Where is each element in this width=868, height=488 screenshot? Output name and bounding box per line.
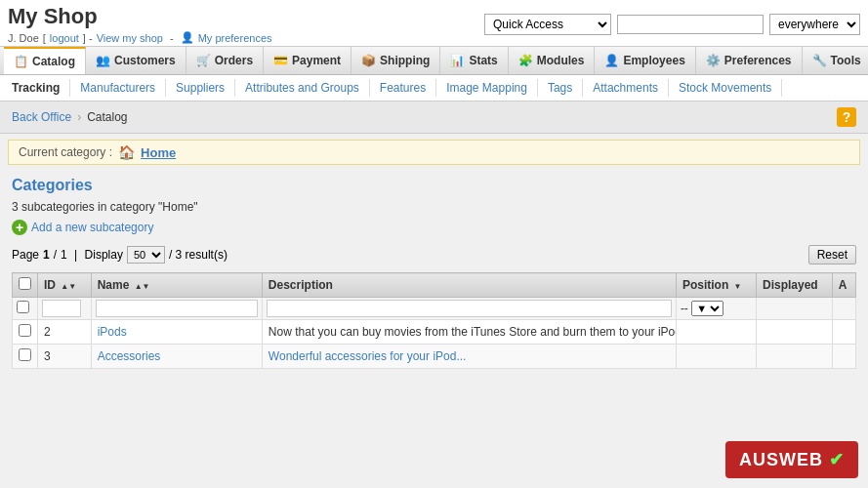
subnav-manufacturers[interactable]: Manufacturers <box>70 79 166 97</box>
th-description: Description <box>262 273 676 298</box>
watermark: AUSWEB ✔ <box>725 441 858 478</box>
quick-access-select[interactable]: Quick Access <box>484 14 611 35</box>
nav-stats[interactable]: 📊 Stats <box>440 47 508 74</box>
search-input[interactable] <box>617 15 764 34</box>
nav-catalog[interactable]: 📋 Catalog <box>4 47 86 74</box>
home-link[interactable]: Home <box>141 145 176 160</box>
filter-row: -- ▼ <box>13 298 856 320</box>
th-select <box>13 273 38 298</box>
nav-payment[interactable]: 💳 Payment <box>264 47 351 74</box>
nav-orders[interactable]: 🛒 Orders <box>186 47 264 74</box>
preferences-icon: ⚙️ <box>706 54 721 67</box>
subnav-features[interactable]: Features <box>370 79 436 97</box>
subnav-suppliers[interactable]: Suppliers <box>166 79 235 97</box>
add-icon: + <box>12 220 27 235</box>
breadcrumb-back-office[interactable]: Back Office <box>12 110 71 124</box>
filter-name-input[interactable] <box>96 300 258 317</box>
header: My Shop J. Doe [logout] - View my shop -… <box>0 0 868 47</box>
row-id-2: 3 <box>38 345 92 369</box>
row-checkbox-1[interactable] <box>19 324 31 337</box>
row-displayed-1 <box>757 320 833 345</box>
filter-displayed-cell <box>757 298 833 320</box>
filter-name-cell <box>91 298 262 320</box>
nav-tools[interactable]: 🔧 Tools <box>803 47 868 74</box>
breadcrumb-catalog: Catalog <box>87 110 127 124</box>
th-position[interactable]: Position ▼ <box>676 273 756 298</box>
nav-orders-label: Orders <box>215 54 253 67</box>
watermark-checkmark: ✔ <box>829 450 845 469</box>
row-displayed-2 <box>757 345 833 369</box>
subnav-attributes[interactable]: Attributes and Groups <box>235 79 370 97</box>
nav-shipping[interactable]: 📦 Shipping <box>351 47 440 74</box>
row-position-1 <box>676 320 756 345</box>
customers-icon: 👥 <box>96 54 110 67</box>
everywhere-select[interactable]: everywhere <box>769 14 860 35</box>
page-total: 1 <box>61 248 67 262</box>
current-category-label: Current category : <box>19 145 112 159</box>
results-label: / 3 result(s) <box>169 248 227 262</box>
page-label: Page <box>12 248 39 262</box>
nav-modules[interactable]: 🧩 Modules <box>509 47 596 74</box>
nav-customers[interactable]: 👥 Customers <box>86 47 186 74</box>
pagination-row: Page 1 / 1 | Display 50 / 3 result(s) Re… <box>12 245 856 264</box>
person-icon: 👤 <box>181 31 194 44</box>
row-description-2: Wonderful accessories for your iPod... <box>262 345 676 369</box>
view-my-shop-link[interactable]: View my shop <box>97 32 163 44</box>
help-icon[interactable]: ? <box>837 107 856 127</box>
add-subcategory-label: Add a new subcategory <box>31 221 153 234</box>
select-all-checkbox[interactable] <box>19 277 31 290</box>
subcategory-info: 3 subcategories in category "Home" <box>12 200 856 214</box>
row-select-2 <box>13 345 38 369</box>
row-actions-2 <box>832 345 855 369</box>
subnav-tags[interactable]: Tags <box>538 79 583 97</box>
table-header-row: ID ▲▼ Name ▲▼ Description Position ▼ Dis… <box>13 273 856 298</box>
th-id[interactable]: ID ▲▼ <box>38 273 92 298</box>
subnav-image-mapping[interactable]: Image Mapping <box>436 79 538 97</box>
subnav-stock-movements[interactable]: Stock Movements <box>669 79 782 97</box>
row-name-1[interactable]: iPods <box>91 320 262 345</box>
catalog-icon: 📋 <box>14 55 28 68</box>
header-right: Quick Access everywhere <box>484 14 860 35</box>
th-name[interactable]: Name ▲▼ <box>91 273 262 298</box>
current-category: Current category : 🏠 Home <box>8 140 860 165</box>
my-preferences-link[interactable]: My preferences <box>198 32 272 44</box>
row-actions-1 <box>832 320 855 345</box>
user-info: J. Doe [logout] - View my shop - 👤 My pr… <box>8 31 272 44</box>
sub-nav: Tracking Manufacturers Suppliers Attribu… <box>0 75 868 102</box>
display-select[interactable]: 50 <box>127 246 165 264</box>
position-sort-arrows[interactable]: ▼ <box>734 283 742 291</box>
username-label: J. Doe <box>8 32 39 44</box>
row-name-2[interactable]: Accessories <box>91 345 262 369</box>
page-current: 1 <box>43 248 50 262</box>
name-sort-arrows[interactable]: ▲▼ <box>135 283 150 291</box>
row-description-1: Now that you can buy movies from the iTu… <box>262 320 676 345</box>
filter-actions-cell <box>832 298 855 320</box>
nav-stats-label: Stats <box>469 54 497 67</box>
filter-description-cell <box>262 298 676 320</box>
categories-table: ID ▲▼ Name ▲▼ Description Position ▼ Dis… <box>12 272 856 369</box>
add-subcategory-btn[interactable]: + Add a new subcategory <box>12 220 856 235</box>
pagination-left: Page 1 / 1 | Display 50 / 3 result(s) <box>12 246 227 264</box>
main-nav: 📋 Catalog 👥 Customers 🛒 Orders 💳 Payment… <box>0 47 868 75</box>
tools-icon: 🔧 <box>812 54 827 67</box>
employees-icon: 👤 <box>604 54 619 67</box>
id-sort-arrows[interactable]: ▲▼ <box>61 283 76 291</box>
row-checkbox-2[interactable] <box>19 348 31 361</box>
nav-preferences[interactable]: ⚙️ Preferences <box>696 47 803 74</box>
filter-id-input[interactable] <box>42 300 81 317</box>
reset-button[interactable]: Reset <box>808 245 856 264</box>
nav-catalog-label: Catalog <box>32 55 75 68</box>
filter-select-checkbox[interactable] <box>17 301 29 313</box>
filter-id-cell <box>38 298 92 320</box>
table-row: 3 Accessories Wonderful accessories for … <box>13 345 856 369</box>
nav-tools-label: Tools <box>831 54 861 67</box>
filter-position-select[interactable]: ▼ <box>691 301 723 316</box>
filter-description-input[interactable] <box>267 300 672 317</box>
th-actions: A <box>832 273 855 298</box>
nav-employees[interactable]: 👤 Employees <box>595 47 695 74</box>
orders-icon: 🛒 <box>196 54 211 67</box>
subnav-attachments[interactable]: Attachments <box>583 79 669 97</box>
modules-icon: 🧩 <box>518 54 533 67</box>
logout-link[interactable]: logout <box>50 32 79 44</box>
subnav-tracking[interactable]: Tracking <box>8 79 70 97</box>
